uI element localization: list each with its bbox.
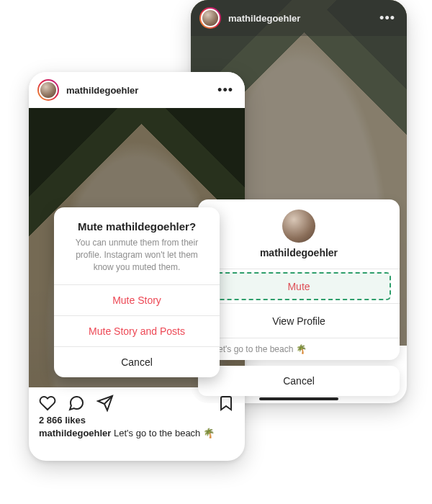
avatar-story-ring[interactable] — [199, 7, 221, 29]
action-sheet-card: mathildegoehler Mute View Profile r Let'… — [198, 199, 400, 360]
phone-screen-mute-confirm: mathildegoehler ••• Mute mathildegoehler… — [29, 72, 245, 461]
post-caption: mathildegoehler Let's go to the beach 🌴 — [29, 426, 245, 449]
dialog-cancel-button[interactable]: Cancel — [54, 346, 220, 377]
caption-text: Let's go to the beach 🌴 — [114, 428, 215, 438]
view-profile-option[interactable]: View Profile — [198, 303, 400, 338]
comment-icon[interactable] — [68, 395, 85, 412]
mute-confirm-dialog: Mute mathildegoehler? You can unmute the… — [54, 207, 220, 377]
post-username[interactable]: mathildegoehler — [66, 85, 215, 96]
dialog-description: You can unmute them from their profile. … — [54, 237, 220, 284]
likes-count[interactable]: 2 866 likes — [29, 415, 245, 426]
dialog-title: Mute mathildegoehler? — [54, 207, 220, 237]
mute-story-and-posts-button[interactable]: Mute Story and Posts — [54, 315, 220, 346]
sheet-caption-preview: r Let's go to the beach 🌴 — [198, 338, 400, 360]
post-username[interactable]: mathildegoehler — [228, 13, 377, 24]
view-profile-label: View Profile — [272, 315, 325, 327]
avatar-story-ring[interactable] — [37, 79, 59, 101]
share-icon[interactable] — [96, 395, 114, 412]
sheet-username: mathildegoehler — [198, 247, 400, 269]
bookmark-icon[interactable] — [217, 395, 235, 412]
mute-story-button[interactable]: Mute Story — [54, 284, 220, 315]
home-indicator — [259, 397, 338, 400]
post-header: mathildegoehler ••• — [191, 0, 407, 36]
more-icon[interactable]: ••• — [377, 8, 398, 29]
action-sheet: mathildegoehler Mute View Profile r Let'… — [198, 199, 400, 396]
sheet-avatar — [282, 210, 315, 243]
avatar-image — [202, 10, 218, 26]
more-icon[interactable]: ••• — [215, 80, 236, 101]
mute-label: Mute — [287, 281, 310, 292]
phone-screen-mute-sheet: mathildegoehler ••• mathildegoehler Mute… — [191, 0, 407, 403]
sheet-cancel-button[interactable]: Cancel — [198, 366, 400, 396]
avatar-image — [40, 82, 56, 98]
caption-username[interactable]: mathildegoehler — [39, 428, 111, 438]
post-header: mathildegoehler ••• — [29, 72, 245, 108]
mute-option[interactable]: Mute — [198, 269, 400, 303]
sheet-avatar-wrap — [198, 199, 400, 247]
heart-icon[interactable] — [39, 395, 56, 412]
